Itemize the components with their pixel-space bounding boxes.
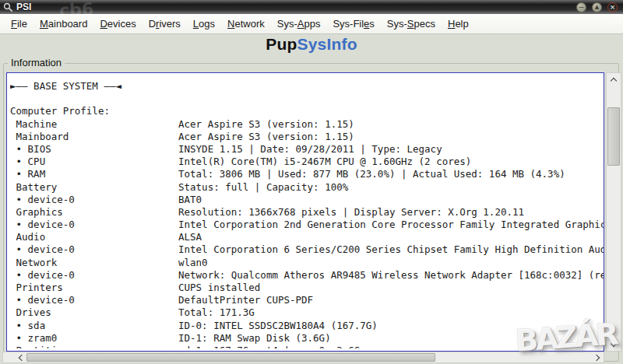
titlebar: PSI − ▲ × <box>0 0 623 14</box>
info-line-value: Network: Qualcomm Atheros AR9485 Wireles… <box>178 269 604 281</box>
info-line-label: • RAM <box>10 168 178 180</box>
info-line <box>10 93 604 105</box>
base-system-heading: ►—— BASE SYSTEM ——◄ <box>10 80 604 93</box>
info-line-value: INSYDE 1.15 | Date: 09/28/2011 | Type: L… <box>178 143 442 155</box>
menu-drivers[interactable]: Drivers <box>143 16 187 32</box>
info-line: • device-0Network: Qualcomm Atheros AR94… <box>10 269 604 282</box>
info-line-label: • device-0 <box>10 294 178 306</box>
info-line: AudioALSA <box>10 231 604 243</box>
info-line-label: • CPU <box>10 156 178 168</box>
info-line-label: • sda <box>10 320 178 332</box>
chevron-up-icon <box>611 77 617 83</box>
horizontal-scrollbar[interactable] <box>2 352 604 363</box>
info-line-label: • BIOS <box>10 143 178 156</box>
info-line-label: Printers <box>10 282 178 294</box>
menu-sys-files[interactable]: Sys-Files <box>326 16 380 32</box>
info-line: • RAMTotal: 3806 MB | Used: 877 MB (23.0… <box>10 168 604 180</box>
info-line-value: Intel(R) Core(TM) i5-2467M CPU @ 1.60GHz… <box>178 156 471 167</box>
info-line: Networkwlan0 <box>10 257 604 269</box>
info-line: • device-0DefaultPrinter CUPS-PDF <box>10 294 604 306</box>
menu-file[interactable]: File <box>5 16 33 32</box>
scroll-right-button[interactable] <box>591 352 604 362</box>
info-line: GraphicsResolution: 1366x768 pixels | Di… <box>10 206 604 219</box>
info-line-label: Mainboard <box>10 131 178 143</box>
app-title-suffix: SysInfo <box>297 35 357 53</box>
info-textview[interactable]: ►—— BASE SYSTEM ——◄ Computer Profile: Ma… <box>6 72 604 352</box>
app-title-prefix: Pup <box>266 35 297 53</box>
info-line: • CPUIntel(R) Core(TM) i5-2467M CPU @ 1.… <box>10 156 604 168</box>
info-line-value: Total: 3806 MB | Used: 877 MB (23.0%) | … <box>178 168 565 180</box>
chevron-left-icon <box>18 354 24 360</box>
info-line-label: Network <box>10 257 178 269</box>
vertical-scrollbar[interactable] <box>606 72 621 352</box>
menu-devices[interactable]: Devices <box>93 16 142 32</box>
horizontal-scrollbar-thumb[interactable] <box>26 353 435 362</box>
info-line: MainboardAcer Aspire S3 (version: 1.15) <box>10 131 604 143</box>
menu-mainboard[interactable]: Mainboard <box>33 16 93 32</box>
close-button[interactable]: × <box>607 2 618 12</box>
info-line-value: Acer Aspire S3 (version: 1.15) <box>178 118 354 130</box>
scroll-left-button[interactable] <box>14 352 26 362</box>
info-line-label: Machine <box>10 118 178 131</box>
menu-network[interactable]: Network <box>221 16 271 32</box>
info-line: Computer Profile: <box>10 105 604 117</box>
window-controls: − ▲ × <box>576 2 620 12</box>
info-line: • device-0Intel Corporation 2nd Generati… <box>10 219 604 231</box>
info-line-label: Computer Profile: <box>10 105 178 117</box>
info-line-value: CUPS installed <box>178 282 260 293</box>
info-line-label: Drives <box>10 306 178 319</box>
vertical-scrollbar-thumb[interactable] <box>607 107 620 166</box>
magnifier-icon <box>3 2 13 12</box>
info-line-label: • device-0 <box>10 194 178 206</box>
info-line-value: ID-1: RAM Swap Disk (3.6G) <box>178 332 331 344</box>
info-line-partial: Partitionssda1: 167.7G ext4 | zram0: 3.6… <box>10 345 604 348</box>
window-title: PSI <box>16 2 31 12</box>
info-lines: Computer Profile: MachineAcer Aspire S3 … <box>10 93 604 345</box>
info-line: • sdaID-0: INTEL SSDSC2BW180A4 (167.7G) <box>10 320 604 332</box>
info-line-value: Intel Corporation 2nd Generation Core Pr… <box>178 219 604 230</box>
menu-help[interactable]: Help <box>442 16 475 32</box>
minimize-button[interactable]: − <box>576 2 586 12</box>
info-line: PrintersCUPS installed <box>10 282 604 294</box>
info-line-label: Audio <box>10 231 178 243</box>
scroll-up-button[interactable] <box>607 73 621 86</box>
info-line-label: • zram0 <box>10 332 178 345</box>
info-line-value: Intel Corporation 6 Series/C200 Series C… <box>178 243 604 255</box>
info-line-value: Acer Aspire S3 (version: 1.15) <box>178 131 354 142</box>
info-line: DrivesTotal: 171.3G <box>10 306 604 319</box>
menu-sys-apps[interactable]: Sys-Apps <box>271 16 327 32</box>
info-line-value: Status: full | Capacity: 100% <box>178 181 348 193</box>
info-line: BatteryStatus: full | Capacity: 100% <box>10 181 604 194</box>
info-line: • zram0ID-1: RAM Swap Disk (3.6G) <box>10 332 604 345</box>
menu-logs[interactable]: Logs <box>187 16 221 32</box>
chevron-down-icon <box>611 341 617 347</box>
information-frame-label: Information <box>8 57 65 68</box>
menubar: FileMainboardDevicesDriversLogsNetworkSy… <box>0 14 623 34</box>
info-line-value: DefaultPrinter CUPS-PDF <box>178 294 313 306</box>
info-line-label: • device-0 <box>10 243 178 256</box>
info-line: MachineAcer Aspire S3 (version: 1.15) <box>10 118 604 131</box>
chevron-right-icon <box>593 354 599 360</box>
info-line: • device-0Intel Corporation 6 Series/C20… <box>10 243 604 256</box>
app-title: PupSysInfo <box>0 35 623 54</box>
info-line-label: Graphics <box>10 206 178 219</box>
info-line-label: • device-0 <box>10 269 178 282</box>
info-line-label: Battery <box>10 181 178 194</box>
info-line-value: Total: 171.3G <box>178 306 255 318</box>
info-line-value: ID-0: INTEL SSDSC2BW180A4 (167.7G) <box>178 320 378 331</box>
info-line-value: wlan0 <box>178 257 208 268</box>
scroll-down-button[interactable] <box>607 338 621 351</box>
info-line-value: ALSA <box>178 231 202 243</box>
info-line: • device-0BAT0 <box>10 194 604 206</box>
info-line: • BIOSINSYDE 1.15 | Date: 09/28/2011 | T… <box>10 143 604 156</box>
info-line-value: BAT0 <box>178 194 202 205</box>
info-line-value: Resolution: 1366x768 pixels | Display Se… <box>178 206 524 218</box>
info-line-label: • device-0 <box>10 219 178 231</box>
maximize-button[interactable]: ▲ <box>592 2 602 12</box>
menu-sys-specs[interactable]: Sys-Specs <box>381 16 442 32</box>
